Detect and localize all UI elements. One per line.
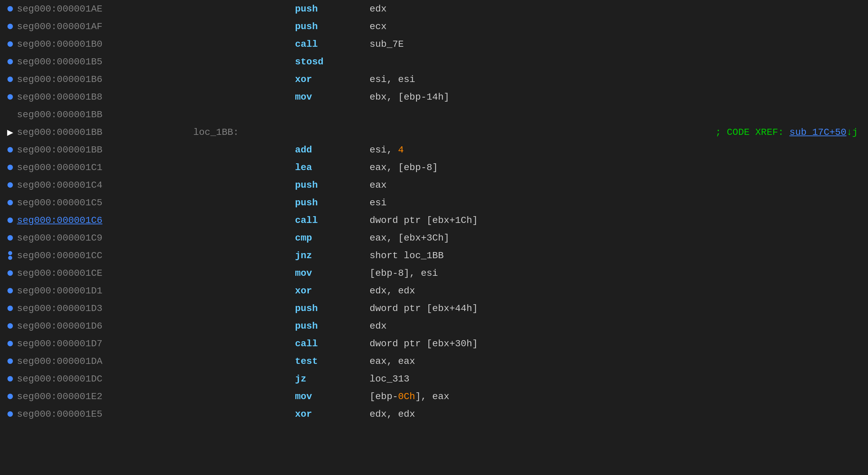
address: seg000:000001BB bbox=[17, 145, 193, 155]
mnemonic: push bbox=[295, 21, 370, 32]
dot-indicator bbox=[3, 6, 17, 12]
operands: dword ptr [ebx+30h] bbox=[370, 338, 865, 349]
address: seg000:000001BB bbox=[17, 109, 193, 120]
address: seg000:000001D7 bbox=[17, 338, 193, 349]
code-line-line-1d7: seg000:000001D7calldword ptr [ebx+30h] bbox=[0, 335, 868, 352]
code-line-line-1c4: seg000:000001C4pusheax bbox=[0, 176, 868, 194]
code-view: seg000:000001AEpushedxseg000:000001AFpus… bbox=[0, 0, 868, 423]
dot-indicator bbox=[3, 147, 17, 152]
dot-indicator bbox=[3, 394, 17, 399]
mnemonic: test bbox=[295, 356, 370, 367]
code-line-line-1bb-empty: seg000:000001BB bbox=[0, 106, 868, 123]
address: seg000:000001D6 bbox=[17, 321, 193, 331]
operands: esi bbox=[370, 198, 865, 208]
address[interactable]: seg000:000001C6 bbox=[17, 215, 193, 226]
operands: edx, edx bbox=[370, 409, 865, 419]
code-line-line-1bb-loc: ▶seg000:000001BBloc_1BB:; CODE XREF: sub… bbox=[0, 123, 868, 141]
code-line-line-1d6: seg000:000001D6pushedx bbox=[0, 317, 868, 335]
mnemonic: jnz bbox=[295, 250, 370, 261]
address: seg000:000001E5 bbox=[17, 409, 193, 419]
address: seg000:000001C5 bbox=[17, 198, 193, 208]
address: seg000:000001C4 bbox=[17, 180, 193, 190]
dot-indicator bbox=[3, 358, 17, 364]
mnemonic: push bbox=[295, 180, 370, 190]
mnemonic: call bbox=[295, 39, 370, 49]
address: seg000:000001AE bbox=[17, 4, 193, 14]
operands: esi, 4 bbox=[370, 145, 865, 155]
comment: ; CODE XREF: sub_17C+50↓j bbox=[715, 127, 865, 138]
operands: sub_7E bbox=[370, 39, 865, 49]
dot-indicator bbox=[3, 24, 17, 29]
address: seg000:000001B0 bbox=[17, 39, 193, 49]
mnemonic: mov bbox=[295, 268, 370, 278]
dot-indicator bbox=[3, 59, 17, 64]
address: seg000:000001D3 bbox=[17, 303, 193, 314]
code-line-line-1ae: seg000:000001AEpushedx bbox=[0, 0, 868, 18]
code-line-line-1ce: seg000:000001CEmov[ebp-8], esi bbox=[0, 264, 868, 282]
operands: eax, [ebx+3Ch] bbox=[370, 233, 865, 243]
dot-indicator bbox=[3, 288, 17, 293]
operands: eax bbox=[370, 180, 865, 190]
dot-indicator bbox=[3, 77, 17, 82]
address: seg000:000001AF bbox=[17, 21, 193, 32]
code-line-line-1b8: seg000:000001B8movebx, [ebp-14h] bbox=[0, 88, 868, 106]
dot-indicator bbox=[3, 411, 17, 417]
dot-indicator bbox=[3, 306, 17, 311]
address: seg000:000001B6 bbox=[17, 74, 193, 85]
dot-indicator bbox=[3, 323, 17, 329]
label: loc_1BB: bbox=[193, 127, 295, 138]
mnemonic: call bbox=[295, 338, 370, 349]
operands: eax, eax bbox=[370, 356, 865, 367]
code-line-line-1dc: seg000:000001DCjzloc_313 bbox=[0, 370, 868, 388]
code-line-line-1d3: seg000:000001D3pushdword ptr [ebx+44h] bbox=[0, 300, 868, 317]
mnemonic: xor bbox=[295, 286, 370, 296]
code-line-line-1da: seg000:000001DAtesteax, eax bbox=[0, 352, 868, 370]
dot-indicator bbox=[3, 94, 17, 100]
address: seg000:000001CE bbox=[17, 268, 193, 278]
mnemonic: add bbox=[295, 145, 370, 155]
dot-indicator bbox=[3, 41, 17, 47]
code-line-line-1b5: seg000:000001B5stosd bbox=[0, 53, 868, 70]
dot-indicator bbox=[3, 251, 17, 260]
address: seg000:000001D1 bbox=[17, 286, 193, 296]
current-line-arrow: ▶ bbox=[7, 126, 13, 139]
mnemonic: call bbox=[295, 215, 370, 226]
mnemonic: mov bbox=[295, 391, 370, 402]
code-line-line-1c1: seg000:000001C1leaeax, [ebp-8] bbox=[0, 159, 868, 176]
code-line-line-1d1: seg000:000001D1xoredx, edx bbox=[0, 282, 868, 300]
dot-indicator: ▶ bbox=[3, 126, 17, 139]
code-line-line-1e2: seg000:000001E2mov[ebp-0Ch], eax bbox=[0, 388, 868, 405]
address: seg000:000001B5 bbox=[17, 57, 193, 67]
mnemonic: cmp bbox=[295, 233, 370, 243]
address: seg000:000001DA bbox=[17, 356, 193, 367]
address: seg000:000001C9 bbox=[17, 233, 193, 243]
mnemonic: push bbox=[295, 321, 370, 331]
mnemonic: stosd bbox=[295, 57, 370, 67]
code-line-line-1b0: seg000:000001B0callsub_7E bbox=[0, 35, 868, 53]
mnemonic: push bbox=[295, 198, 370, 208]
mnemonic: jz bbox=[295, 374, 370, 384]
operands: edx bbox=[370, 321, 865, 331]
address: seg000:000001E2 bbox=[17, 391, 193, 402]
operands: edx bbox=[370, 4, 865, 14]
mnemonic: push bbox=[295, 303, 370, 314]
dot-indicator bbox=[3, 200, 17, 205]
mnemonic: mov bbox=[295, 92, 370, 102]
code-line-line-1c6: seg000:000001C6calldword ptr [ebx+1Ch] bbox=[0, 211, 868, 229]
operands: dword ptr [ebx+44h] bbox=[370, 303, 865, 314]
code-line-line-1af: seg000:000001AFpushecx bbox=[0, 18, 868, 35]
dot-indicator bbox=[3, 376, 17, 381]
operands: ecx bbox=[370, 21, 865, 32]
dot-indicator bbox=[3, 182, 17, 188]
operands: [ebp-0Ch], eax bbox=[370, 391, 865, 402]
code-line-line-1b6: seg000:000001B6xoresi, esi bbox=[0, 70, 868, 88]
mnemonic: push bbox=[295, 4, 370, 14]
code-line-line-1c5: seg000:000001C5pushesi bbox=[0, 194, 868, 211]
address: seg000:000001CC bbox=[17, 250, 193, 261]
dot-indicator bbox=[3, 235, 17, 241]
operands: [ebp-8], esi bbox=[370, 268, 865, 278]
code-line-line-1bb: seg000:000001BBaddesi, 4 bbox=[0, 141, 868, 159]
operands: eax, [ebp-8] bbox=[370, 162, 865, 173]
operands: ebx, [ebp-14h] bbox=[370, 92, 865, 102]
address: seg000:000001BB bbox=[17, 127, 193, 138]
